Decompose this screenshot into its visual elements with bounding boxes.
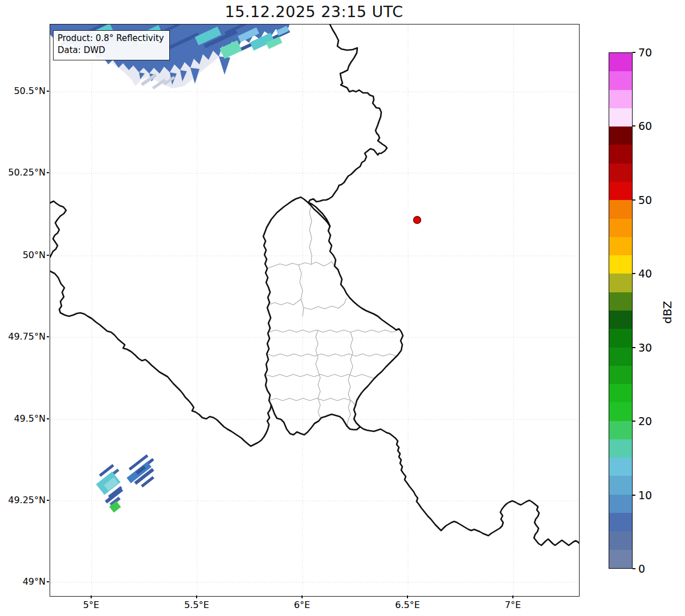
colorbar-band: [609, 182, 632, 200]
lon-tick-label: 5°E: [68, 599, 114, 611]
lat-tick-label: 50°N: [5, 250, 46, 261]
colorbar-band: [609, 531, 632, 549]
canton-border: [267, 353, 400, 356]
lon-tickmark: [91, 595, 91, 598]
radar-map-figure: 15.12.2025 23:15 UTC Product: 0.8° Refle…: [0, 0, 685, 616]
colorbar-band: [609, 237, 632, 255]
canton-border: [299, 265, 304, 316]
lat-tick-label: 49.25°N: [5, 495, 46, 506]
colorbar-band: [609, 164, 632, 182]
colorbar-tick-label: 0: [638, 562, 672, 575]
colorbar-band: [609, 329, 632, 347]
canton-border: [269, 330, 399, 332]
lon-tick-label: 7°E: [490, 599, 536, 611]
colorbar-band: [609, 219, 632, 237]
lon-tick-label: 6.5°E: [385, 599, 430, 611]
belgium-germany-border: [308, 25, 387, 226]
colorbar-tickmark: [633, 347, 635, 348]
colorbar-band: [609, 53, 632, 71]
radar-echo-spike: [219, 56, 230, 75]
map-plot-area: [50, 24, 580, 597]
canton-border: [350, 332, 353, 373]
colorbar-tick-label: 30: [638, 341, 672, 354]
colorbar-tickmark: [633, 273, 635, 274]
lat-tickmark: [47, 336, 49, 337]
colorbar-band: [609, 402, 632, 421]
lat-tick-label: 50.5°N: [5, 85, 46, 97]
product-info-box: Product: 0.8° Reflectivity Data: DWD: [53, 30, 170, 60]
lon-tickmark: [512, 595, 513, 598]
colorbar-band: [609, 348, 632, 366]
colorbar-band: [609, 255, 632, 274]
colorbar-tick-label: 50: [638, 194, 672, 206]
canton-border: [267, 262, 335, 268]
lat-tick-label: 49.5°N: [5, 413, 46, 425]
colorbar-band: [609, 108, 632, 127]
colorbar-unit-label: dBZ: [651, 296, 683, 328]
lon-tick-label: 6°E: [279, 599, 325, 611]
colorbar-band: [609, 274, 632, 292]
canton-border: [318, 371, 320, 421]
france-germany-border: [360, 427, 579, 545]
lat-tickmark: [47, 418, 49, 419]
belgium-france-border: [50, 271, 271, 446]
lat-tick-label: 49.75°N: [5, 331, 46, 342]
canton-border: [309, 204, 312, 264]
product-line: Product: 0.8° Reflectivity: [58, 32, 164, 44]
colorbar-band: [609, 476, 632, 494]
canton-border: [316, 330, 318, 371]
lat-tickmark: [47, 172, 49, 173]
data-source-line: Data: DWD: [58, 44, 164, 56]
lat-tick-label: 50.25°N: [5, 167, 46, 178]
lat-tickmark: [47, 500, 49, 500]
colorbar-tick-label: 70: [638, 46, 672, 59]
colorbar-band: [609, 200, 632, 218]
colorbar-band: [609, 292, 632, 311]
lat-tickmark: [47, 91, 49, 91]
colorbar-band: [609, 90, 632, 108]
colorbar-tickmark: [633, 421, 635, 421]
colorbar-tickmark: [633, 199, 635, 200]
lon-tickmark: [301, 595, 302, 598]
colorbar-band: [609, 71, 632, 89]
colorbar-tickmark: [633, 125, 635, 126]
canton-border: [269, 398, 355, 405]
lon-tickmark: [196, 595, 197, 598]
colorbar-tick-label: 40: [638, 267, 672, 280]
colorbar-band: [609, 421, 632, 439]
colorbar-tickmark: [633, 568, 635, 569]
colorbar-band: [609, 550, 632, 568]
colorbar-band: [609, 495, 632, 513]
colorbar-tick-label: 20: [638, 415, 672, 427]
lon-tickmark: [407, 595, 407, 598]
radar-site-marker: [414, 217, 421, 224]
colorbar-band: [609, 311, 632, 329]
lat-tick-label: 49°N: [5, 576, 46, 588]
lat-tickmark: [47, 581, 49, 582]
figure-title: 15.12.2025 23:15 UTC: [50, 3, 578, 21]
lat-tickmark: [47, 255, 49, 255]
colorbar-band: [609, 145, 632, 163]
canton-border: [268, 299, 301, 305]
colorbar: [609, 52, 633, 569]
colorbar-band: [609, 458, 632, 476]
canton-border: [304, 298, 346, 309]
colorbar-band: [609, 513, 632, 531]
colorbar-band: [609, 384, 632, 402]
colorbar-tickmark: [633, 52, 635, 52]
map-svg: [50, 25, 579, 596]
colorbar-band: [609, 439, 632, 458]
colorbar-band: [609, 366, 632, 384]
belgium-france-border-west-fragment: [50, 201, 66, 257]
colorbar-band: [609, 127, 632, 145]
colorbar-tick-label: 10: [638, 489, 672, 501]
lon-tick-label: 5.5°E: [174, 599, 219, 611]
colorbar-tick-label: 60: [638, 120, 672, 132]
colorbar-tickmark: [633, 495, 635, 495]
